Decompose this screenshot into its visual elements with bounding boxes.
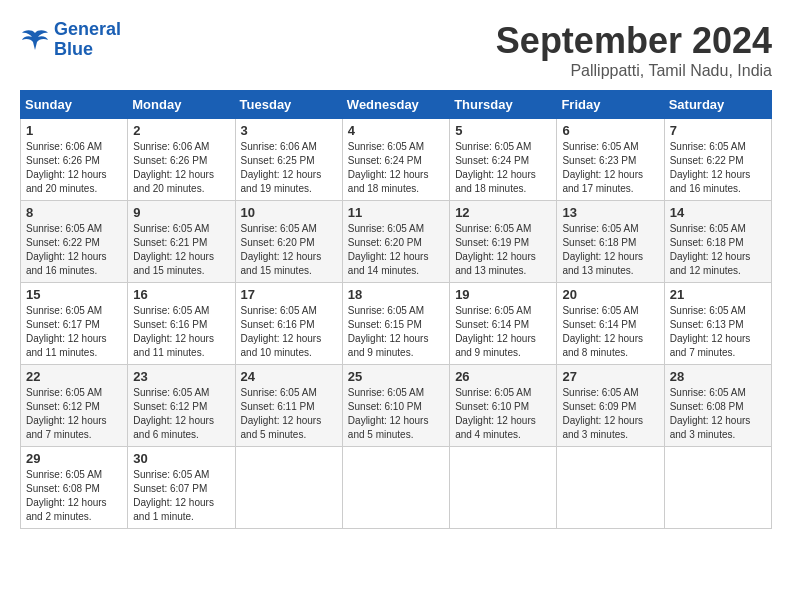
day-info: Sunrise: 6:05 AM Sunset: 6:13 PM Dayligh… [670,304,766,360]
sunrise-label: Sunrise: 6:05 AM [562,223,638,234]
day-number: 11 [348,205,444,220]
sunset-label: Sunset: 6:24 PM [455,155,529,166]
daylight-label: Daylight: 12 hours and 13 minutes. [562,251,643,276]
sunrise-label: Sunrise: 6:05 AM [455,141,531,152]
table-row: 8 Sunrise: 6:05 AM Sunset: 6:22 PM Dayli… [21,201,128,283]
daylight-label: Daylight: 12 hours and 12 minutes. [670,251,751,276]
sunrise-label: Sunrise: 6:05 AM [455,305,531,316]
sunrise-label: Sunrise: 6:05 AM [670,141,746,152]
sunset-label: Sunset: 6:22 PM [26,237,100,248]
day-info: Sunrise: 6:06 AM Sunset: 6:25 PM Dayligh… [241,140,337,196]
day-info: Sunrise: 6:05 AM Sunset: 6:10 PM Dayligh… [348,386,444,442]
table-row [235,447,342,529]
day-info: Sunrise: 6:05 AM Sunset: 6:12 PM Dayligh… [133,386,229,442]
sunset-label: Sunset: 6:07 PM [133,483,207,494]
day-info: Sunrise: 6:05 AM Sunset: 6:22 PM Dayligh… [670,140,766,196]
sunrise-label: Sunrise: 6:05 AM [562,141,638,152]
day-info: Sunrise: 6:05 AM Sunset: 6:10 PM Dayligh… [455,386,551,442]
day-number: 20 [562,287,658,302]
sunrise-label: Sunrise: 6:05 AM [133,223,209,234]
daylight-label: Daylight: 12 hours and 8 minutes. [562,333,643,358]
table-row: 23 Sunrise: 6:05 AM Sunset: 6:12 PM Dayl… [128,365,235,447]
sunrise-label: Sunrise: 6:05 AM [26,223,102,234]
day-info: Sunrise: 6:05 AM Sunset: 6:11 PM Dayligh… [241,386,337,442]
table-row: 29 Sunrise: 6:05 AM Sunset: 6:08 PM Dayl… [21,447,128,529]
day-info: Sunrise: 6:05 AM Sunset: 6:21 PM Dayligh… [133,222,229,278]
day-number: 22 [26,369,122,384]
day-info: Sunrise: 6:05 AM Sunset: 6:16 PM Dayligh… [133,304,229,360]
table-row: 15 Sunrise: 6:05 AM Sunset: 6:17 PM Dayl… [21,283,128,365]
sunset-label: Sunset: 6:26 PM [26,155,100,166]
sunrise-label: Sunrise: 6:05 AM [455,223,531,234]
sunrise-label: Sunrise: 6:05 AM [26,469,102,480]
header-monday: Monday [128,91,235,119]
table-row: 18 Sunrise: 6:05 AM Sunset: 6:15 PM Dayl… [342,283,449,365]
day-info: Sunrise: 6:05 AM Sunset: 6:22 PM Dayligh… [26,222,122,278]
table-row: 13 Sunrise: 6:05 AM Sunset: 6:18 PM Dayl… [557,201,664,283]
daylight-label: Daylight: 12 hours and 5 minutes. [241,415,322,440]
day-number: 1 [26,123,122,138]
daylight-label: Daylight: 12 hours and 3 minutes. [670,415,751,440]
table-row: 25 Sunrise: 6:05 AM Sunset: 6:10 PM Dayl… [342,365,449,447]
daylight-label: Daylight: 12 hours and 19 minutes. [241,169,322,194]
table-row: 16 Sunrise: 6:05 AM Sunset: 6:16 PM Dayl… [128,283,235,365]
header-wednesday: Wednesday [342,91,449,119]
table-row [342,447,449,529]
daylight-label: Daylight: 12 hours and 11 minutes. [26,333,107,358]
sunrise-label: Sunrise: 6:05 AM [562,387,638,398]
day-info: Sunrise: 6:05 AM Sunset: 6:20 PM Dayligh… [348,222,444,278]
table-row: 27 Sunrise: 6:05 AM Sunset: 6:09 PM Dayl… [557,365,664,447]
day-info: Sunrise: 6:05 AM Sunset: 6:19 PM Dayligh… [455,222,551,278]
daylight-label: Daylight: 12 hours and 7 minutes. [26,415,107,440]
day-number: 19 [455,287,551,302]
day-number: 9 [133,205,229,220]
day-info: Sunrise: 6:05 AM Sunset: 6:09 PM Dayligh… [562,386,658,442]
day-number: 8 [26,205,122,220]
table-row [664,447,771,529]
title-block: September 2024 Pallippatti, Tamil Nadu, … [496,20,772,80]
sunrise-label: Sunrise: 6:05 AM [26,305,102,316]
day-info: Sunrise: 6:05 AM Sunset: 6:20 PM Dayligh… [241,222,337,278]
sunset-label: Sunset: 6:08 PM [670,401,744,412]
sunrise-label: Sunrise: 6:05 AM [133,387,209,398]
table-row: 12 Sunrise: 6:05 AM Sunset: 6:19 PM Dayl… [450,201,557,283]
sunset-label: Sunset: 6:21 PM [133,237,207,248]
day-number: 28 [670,369,766,384]
sunset-label: Sunset: 6:11 PM [241,401,315,412]
table-row: 1 Sunrise: 6:06 AM Sunset: 6:26 PM Dayli… [21,119,128,201]
daylight-label: Daylight: 12 hours and 9 minutes. [348,333,429,358]
header-saturday: Saturday [664,91,771,119]
sunrise-label: Sunrise: 6:05 AM [133,305,209,316]
table-row: 6 Sunrise: 6:05 AM Sunset: 6:23 PM Dayli… [557,119,664,201]
calendar-week-row: 8 Sunrise: 6:05 AM Sunset: 6:22 PM Dayli… [21,201,772,283]
sunrise-label: Sunrise: 6:05 AM [562,305,638,316]
day-number: 14 [670,205,766,220]
day-number: 25 [348,369,444,384]
daylight-label: Daylight: 12 hours and 9 minutes. [455,333,536,358]
day-number: 27 [562,369,658,384]
table-row [557,447,664,529]
day-number: 16 [133,287,229,302]
table-row: 5 Sunrise: 6:05 AM Sunset: 6:24 PM Dayli… [450,119,557,201]
day-info: Sunrise: 6:05 AM Sunset: 6:18 PM Dayligh… [562,222,658,278]
sunrise-label: Sunrise: 6:05 AM [670,387,746,398]
day-number: 21 [670,287,766,302]
day-number: 2 [133,123,229,138]
calendar-week-row: 29 Sunrise: 6:05 AM Sunset: 6:08 PM Dayl… [21,447,772,529]
day-number: 12 [455,205,551,220]
sunrise-label: Sunrise: 6:06 AM [26,141,102,152]
calendar-week-row: 22 Sunrise: 6:05 AM Sunset: 6:12 PM Dayl… [21,365,772,447]
daylight-label: Daylight: 12 hours and 18 minutes. [348,169,429,194]
table-row: 19 Sunrise: 6:05 AM Sunset: 6:14 PM Dayl… [450,283,557,365]
day-number: 7 [670,123,766,138]
daylight-label: Daylight: 12 hours and 13 minutes. [455,251,536,276]
daylight-label: Daylight: 12 hours and 7 minutes. [670,333,751,358]
daylight-label: Daylight: 12 hours and 4 minutes. [455,415,536,440]
sunrise-label: Sunrise: 6:06 AM [241,141,317,152]
day-info: Sunrise: 6:05 AM Sunset: 6:17 PM Dayligh… [26,304,122,360]
sunset-label: Sunset: 6:15 PM [348,319,422,330]
daylight-label: Daylight: 12 hours and 11 minutes. [133,333,214,358]
sunset-label: Sunset: 6:17 PM [26,319,100,330]
calendar-week-row: 1 Sunrise: 6:06 AM Sunset: 6:26 PM Dayli… [21,119,772,201]
sunrise-label: Sunrise: 6:05 AM [348,141,424,152]
